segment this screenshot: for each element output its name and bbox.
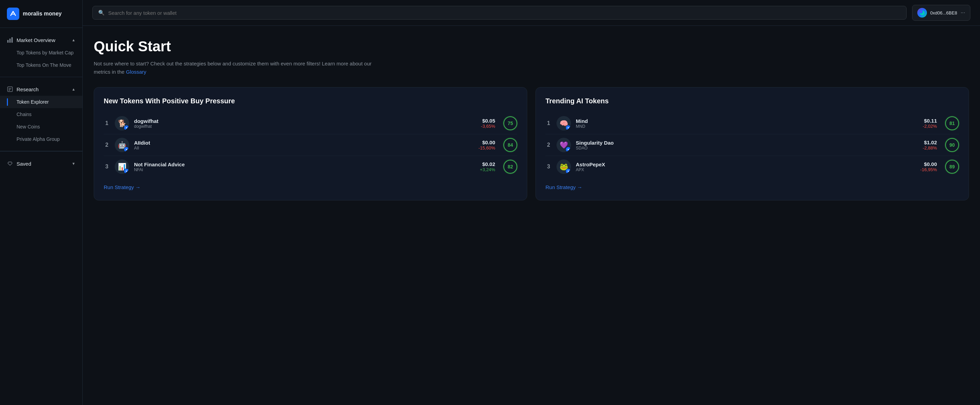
- token-name: AIIdiot: [134, 140, 474, 146]
- svg-rect-2: [11, 37, 13, 43]
- token-row[interactable]: 2 🤖 AIIdiot AII $0.00 -15,60% 84: [104, 134, 517, 156]
- token-symbol: AII: [134, 146, 474, 151]
- score-badge: 82: [503, 160, 517, 173]
- logo-text: moralis money: [23, 11, 62, 17]
- more-icon: ···: [961, 10, 965, 16]
- token-rank: 3: [104, 164, 110, 170]
- research-header[interactable]: Research ▲: [0, 83, 82, 96]
- saved-chevron: ▼: [72, 162, 75, 166]
- sidebar-item-token-explorer[interactable]: Token Explorer: [0, 96, 82, 108]
- token-name: dogwifhat: [134, 118, 476, 124]
- token-symbol: dogwifhat: [134, 124, 476, 129]
- token-name: Not Financial Advice: [134, 162, 475, 167]
- svg-rect-4: [9, 88, 11, 89]
- token-price-area: $0.05 -3,65%: [481, 118, 495, 129]
- saved-label: Saved: [16, 161, 31, 167]
- sidebar-item-private-alpha[interactable]: Private Alpha Group: [0, 133, 82, 145]
- token-price: $1.02: [923, 140, 937, 145]
- svg-rect-1: [9, 38, 11, 43]
- token-price-area: $0.00 -16,95%: [920, 161, 937, 172]
- market-overview-chevron: ▲: [72, 38, 75, 42]
- svg-rect-5: [9, 89, 11, 90]
- sidebar: moralis money Market Overview ▲ Top Toke…: [0, 0, 83, 405]
- token-row[interactable]: 2 💜 Singularity Dao SDAO $1.02 -2,88% 90: [546, 134, 959, 156]
- token-avatar: 🐕: [115, 116, 129, 130]
- content: Quick Start Not sure where to start? Che…: [83, 26, 980, 405]
- token-price: $0.11: [923, 118, 937, 124]
- chain-badge: [124, 125, 129, 130]
- market-overview-header[interactable]: Market Overview ▲: [0, 33, 82, 46]
- search-input[interactable]: [108, 10, 901, 16]
- token-row[interactable]: 1 🧠 Mind MND $0.11 -2,02% 81: [546, 113, 959, 134]
- chain-badge: [565, 125, 571, 130]
- score-badge: 89: [945, 160, 959, 173]
- token-price-area: $0.00 -15,60%: [479, 140, 495, 151]
- card1-tokens: 1 🐕 dogwifhat dogwifhat $0.05 -3,65% 75: [104, 113, 517, 177]
- svg-rect-0: [7, 40, 9, 43]
- token-symbol: SDAO: [576, 146, 918, 151]
- sidebar-item-chains[interactable]: Chains: [0, 108, 82, 121]
- glossary-link[interactable]: Glossary: [126, 69, 146, 75]
- token-price: $0.00: [479, 140, 495, 145]
- token-row[interactable]: 3 🐸 AstroPepeX APX $0.00 -16,95% 89: [546, 156, 959, 177]
- sidebar-item-top-by-cap[interactable]: Top Tokens by Market Cap: [0, 46, 82, 59]
- sidebar-item-new-coins[interactable]: New Coins: [0, 121, 82, 133]
- market-overview-section: Market Overview ▲ Top Tokens by Market C…: [0, 28, 82, 77]
- token-symbol: APX: [576, 167, 916, 172]
- research-label: Research: [16, 86, 38, 92]
- token-info: AstroPepeX APX: [576, 162, 916, 172]
- token-change: -3,65%: [481, 124, 495, 129]
- token-avatar: 🐸: [557, 159, 571, 174]
- logo-area: moralis money: [0, 0, 82, 28]
- token-row[interactable]: 3 📊 Not Financial Advice NFAi $0.02 +3,2…: [104, 156, 517, 177]
- token-rank: 1: [104, 120, 110, 126]
- token-info: Not Financial Advice NFAi: [134, 162, 475, 172]
- card-positive-buy-pressure: New Tokens With Positive Buy Pressure 1 …: [94, 87, 527, 200]
- token-row[interactable]: 1 🐕 dogwifhat dogwifhat $0.05 -3,65% 75: [104, 113, 517, 134]
- wallet-badge[interactable]: 0xd06...6BE8 ···: [912, 5, 970, 21]
- search-icon: 🔍: [98, 10, 105, 16]
- token-change: -15,60%: [479, 145, 495, 151]
- chain-badge: [124, 168, 129, 174]
- score-badge: 90: [945, 138, 959, 152]
- token-price: $0.02: [480, 161, 495, 167]
- search-bar[interactable]: 🔍: [92, 6, 907, 20]
- page-title: Quick Start: [94, 38, 969, 55]
- token-price: $0.00: [920, 161, 937, 167]
- main-area: 🔍 0xd06...6BE8 ···: [83, 0, 980, 405]
- sidebar-item-top-on-move[interactable]: Top Tokens On The Move: [0, 59, 82, 71]
- token-price-area: $0.02 +3,24%: [480, 161, 495, 172]
- score-badge: 75: [503, 116, 517, 130]
- card2-title: Trending AI Tokens: [546, 97, 959, 105]
- score-badge: 81: [945, 116, 959, 130]
- token-symbol: MND: [576, 124, 918, 129]
- token-rank: 3: [546, 164, 552, 170]
- card1-run-strategy[interactable]: Run Strategy →: [104, 184, 141, 190]
- saved-section: Saved ▼: [0, 151, 82, 176]
- market-overview-label: Market Overview: [16, 37, 56, 43]
- wallet-address: 0xd06...6BE8: [931, 10, 957, 16]
- research-chevron: ▲: [72, 87, 75, 91]
- chain-badge: [124, 147, 129, 152]
- token-price-area: $1.02 -2,88%: [923, 140, 937, 151]
- svg-rect-6: [9, 90, 10, 91]
- token-change: -16,95%: [920, 167, 937, 172]
- cards-grid: New Tokens With Positive Buy Pressure 1 …: [94, 87, 969, 200]
- svg-point-7: [920, 10, 924, 15]
- card2-run-strategy[interactable]: Run Strategy →: [546, 184, 582, 190]
- token-avatar: 📊: [115, 159, 129, 174]
- saved-header[interactable]: Saved ▼: [0, 157, 82, 170]
- research-icon: [7, 86, 13, 92]
- wallet-avatar: [917, 8, 927, 17]
- logo-icon: [7, 8, 19, 20]
- saved-icon: [7, 160, 13, 167]
- token-rank: 2: [104, 142, 110, 148]
- token-rank: 1: [546, 120, 552, 126]
- token-symbol: NFAi: [134, 167, 475, 172]
- token-avatar: 🤖: [115, 138, 129, 152]
- score-badge: 84: [503, 138, 517, 152]
- token-name: Singularity Dao: [576, 140, 918, 146]
- card-trending-ai: Trending AI Tokens 1 🧠 Mind MND $0.11 -2…: [536, 87, 969, 200]
- token-change: -2,88%: [923, 145, 937, 151]
- card2-tokens: 1 🧠 Mind MND $0.11 -2,02% 81 2: [546, 113, 959, 177]
